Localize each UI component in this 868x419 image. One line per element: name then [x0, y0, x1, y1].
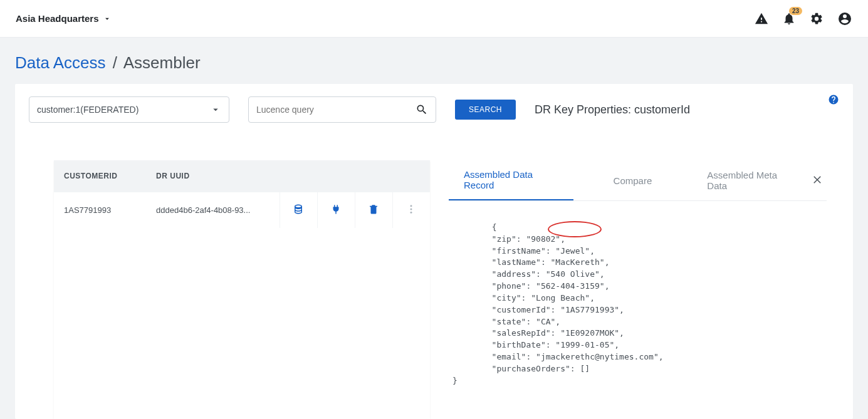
delete-button[interactable]	[368, 207, 379, 217]
tab-compare[interactable]: Compare	[599, 167, 667, 195]
database-icon	[293, 204, 304, 215]
tab-assembled-meta[interactable]: Assembled Meta Data	[692, 161, 808, 200]
connect-button[interactable]	[330, 207, 342, 217]
account-icon	[837, 11, 852, 26]
close-panel-button[interactable]	[808, 173, 827, 187]
trash-icon	[368, 204, 379, 215]
assembler-card: customer:1(FEDERATED) SEARCH DR Key Prop…	[15, 84, 853, 419]
warning-icon	[755, 12, 768, 26]
search-button[interactable]: SEARCH	[455, 100, 516, 120]
query-input[interactable]	[256, 105, 416, 115]
topbar-actions: 23	[755, 11, 852, 26]
more-vert-icon	[405, 204, 417, 215]
breadcrumb-current: Assembler	[123, 53, 201, 72]
chevron-down-icon	[103, 14, 112, 23]
chevron-down-icon	[210, 104, 221, 115]
detail-tabs: Assembled Data Record Compare Assembled …	[449, 160, 827, 201]
notification-badge: 23	[789, 7, 802, 15]
breadcrumb-separator: /	[113, 53, 117, 72]
col-header-customerid: CUSTOMERID	[54, 160, 146, 192]
alerts-button[interactable]	[755, 12, 768, 26]
breadcrumb-link[interactable]: Data Access	[15, 53, 106, 72]
json-content: { "zip": "90802", "firstName": "Jewel", …	[452, 222, 664, 385]
source-select-value: customer:1(FEDERATED)	[37, 105, 139, 115]
help-button[interactable]	[828, 94, 839, 108]
org-name: Asia Headquarters	[16, 13, 99, 24]
svg-point-1	[410, 209, 412, 210]
breadcrumb: Data Access / Assembler	[0, 38, 868, 84]
key-properties-label: DR Key Properties: customerId	[535, 103, 690, 116]
notifications-button[interactable]: 23	[782, 12, 796, 26]
org-switcher[interactable]: Asia Headquarters	[16, 13, 112, 24]
tab-assembled-record[interactable]: Assembled Data Record	[449, 160, 573, 200]
col-header-uuid: DR UUID	[146, 160, 280, 192]
detail-panel: Assembled Data Record Compare Assembled …	[449, 160, 839, 419]
svg-point-0	[410, 205, 412, 207]
help-icon	[828, 94, 839, 105]
more-actions-button[interactable]	[405, 207, 417, 217]
cell-uuid: ddded4b6-2af4-4b08-93...	[146, 192, 280, 229]
results-area: CUSTOMERID DR UUID 1AS7791993 ddded4b6-2…	[29, 123, 839, 419]
table-row[interactable]: 1AS7791993 ddded4b6-2af4-4b08-93...	[54, 192, 430, 229]
cell-customerid: 1AS7791993	[54, 192, 146, 229]
search-icon	[416, 103, 428, 116]
plug-icon	[330, 204, 342, 215]
topbar: Asia Headquarters 23	[0, 0, 868, 38]
account-button[interactable]	[837, 11, 852, 26]
settings-button[interactable]	[810, 12, 824, 26]
view-data-button[interactable]	[293, 207, 304, 217]
svg-point-2	[410, 212, 412, 214]
close-icon	[812, 173, 823, 185]
controls-row: customer:1(FEDERATED) SEARCH DR Key Prop…	[29, 96, 839, 123]
results-table: CUSTOMERID DR UUID 1AS7791993 ddded4b6-2…	[54, 160, 430, 419]
json-viewer: { "zip": "90802", "firstName": "Jewel", …	[449, 201, 827, 419]
source-select[interactable]: customer:1(FEDERATED)	[29, 96, 229, 123]
gear-icon	[810, 12, 824, 26]
query-input-wrap	[248, 96, 436, 123]
